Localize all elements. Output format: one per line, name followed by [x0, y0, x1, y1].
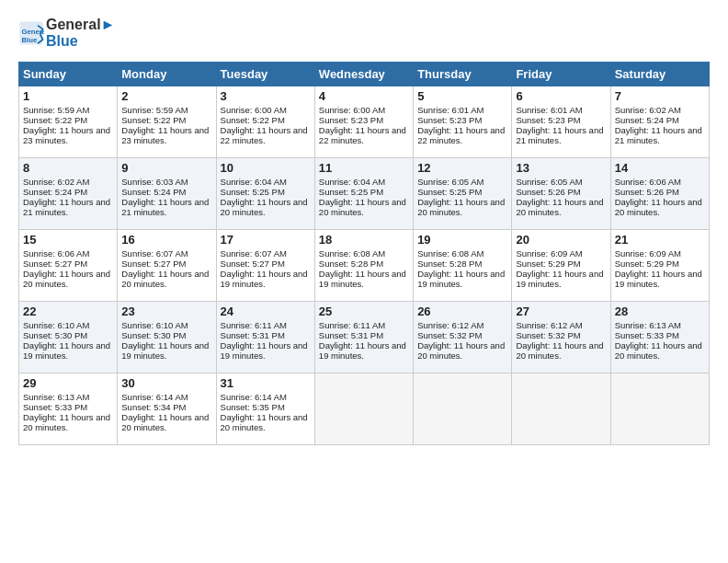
sunrise-text: Sunrise: 6:01 AM [417, 105, 507, 115]
calendar-cell: 19Sunrise: 6:08 AMSunset: 5:28 PMDayligh… [414, 229, 512, 301]
sunset-text: Sunset: 5:30 PM [121, 330, 211, 340]
sunrise-text: Sunrise: 6:05 AM [417, 177, 507, 187]
day-number: 14 [615, 161, 705, 175]
calendar-cell: 16Sunrise: 6:07 AMSunset: 5:27 PMDayligh… [118, 229, 216, 301]
day-number: 21 [615, 233, 705, 247]
sunset-text: Sunset: 5:26 PM [615, 187, 705, 197]
calendar-cell: 14Sunrise: 6:06 AMSunset: 5:26 PMDayligh… [610, 157, 709, 229]
daylight-text: Daylight: 11 hours and 20 minutes. [23, 412, 113, 432]
day-number: 27 [516, 304, 606, 318]
calendar-cell: 7Sunrise: 6:02 AMSunset: 5:24 PMDaylight… [610, 86, 709, 157]
sunrise-text: Sunrise: 6:06 AM [23, 248, 113, 259]
calendar-cell: 26Sunrise: 6:12 AMSunset: 5:32 PMDayligh… [414, 301, 512, 373]
sunrise-text: Sunrise: 6:13 AM [23, 392, 113, 402]
daylight-text: Daylight: 11 hours and 23 minutes. [121, 125, 211, 145]
daylight-text: Daylight: 11 hours and 19 minutes. [417, 269, 507, 289]
sunset-text: Sunset: 5:24 PM [23, 187, 113, 197]
day-number: 19 [417, 233, 507, 247]
day-number: 28 [615, 304, 705, 318]
sunset-text: Sunset: 5:34 PM [121, 402, 211, 412]
calendar-cell: 27Sunrise: 6:12 AMSunset: 5:32 PMDayligh… [512, 301, 610, 373]
day-number: 24 [221, 304, 311, 318]
day-number: 29 [23, 376, 113, 390]
daylight-text: Daylight: 11 hours and 20 minutes. [221, 197, 311, 217]
sunrise-text: Sunrise: 6:07 AM [221, 248, 311, 259]
calendar-cell [414, 373, 512, 444]
sunset-text: Sunset: 5:32 PM [516, 330, 606, 340]
calendar-cell: 15Sunrise: 6:06 AMSunset: 5:27 PMDayligh… [19, 229, 118, 301]
sunset-text: Sunset: 5:23 PM [417, 115, 507, 125]
calendar-week: 1Sunrise: 5:59 AMSunset: 5:22 PMDaylight… [19, 86, 710, 157]
daylight-text: Daylight: 11 hours and 19 minutes. [221, 269, 311, 289]
sunset-text: Sunset: 5:22 PM [23, 115, 113, 125]
sunrise-text: Sunrise: 6:09 AM [516, 248, 606, 259]
logo: General Blue General► Blue [18, 17, 115, 51]
calendar-cell: 25Sunrise: 6:11 AMSunset: 5:31 PMDayligh… [314, 301, 413, 373]
calendar-cell: 28Sunrise: 6:13 AMSunset: 5:33 PMDayligh… [610, 301, 709, 373]
sunrise-text: Sunrise: 6:07 AM [121, 248, 211, 259]
calendar-cell: 22Sunrise: 6:10 AMSunset: 5:30 PMDayligh… [19, 301, 118, 373]
day-number: 2 [121, 89, 211, 103]
sunset-text: Sunset: 5:28 PM [417, 259, 507, 269]
day-header: Monday [118, 62, 216, 86]
daylight-text: Daylight: 11 hours and 20 minutes. [417, 340, 507, 361]
sunrise-text: Sunrise: 6:08 AM [417, 248, 507, 259]
daylight-text: Daylight: 11 hours and 21 minutes. [516, 125, 606, 145]
day-number: 25 [319, 304, 409, 318]
day-number: 6 [516, 89, 606, 103]
calendar-cell [610, 373, 709, 444]
day-number: 11 [319, 161, 409, 175]
daylight-text: Daylight: 11 hours and 19 minutes. [319, 269, 409, 289]
sunset-text: Sunset: 5:28 PM [319, 259, 409, 269]
sunset-text: Sunset: 5:33 PM [615, 330, 705, 340]
sunrise-text: Sunrise: 6:04 AM [319, 177, 409, 187]
daylight-text: Daylight: 11 hours and 20 minutes. [121, 269, 211, 289]
sunset-text: Sunset: 5:30 PM [23, 330, 113, 340]
sunset-text: Sunset: 5:25 PM [417, 187, 507, 197]
daylight-text: Daylight: 11 hours and 20 minutes. [121, 412, 211, 432]
calendar-cell: 9Sunrise: 6:03 AMSunset: 5:24 PMDaylight… [118, 157, 216, 229]
sunset-text: Sunset: 5:27 PM [221, 259, 311, 269]
day-number: 9 [121, 161, 211, 175]
sunset-text: Sunset: 5:24 PM [121, 187, 211, 197]
calendar-cell: 18Sunrise: 6:08 AMSunset: 5:28 PMDayligh… [314, 229, 413, 301]
sunrise-text: Sunrise: 6:14 AM [221, 392, 311, 402]
day-header: Friday [512, 62, 610, 86]
sunset-text: Sunset: 5:31 PM [221, 330, 311, 340]
daylight-text: Daylight: 11 hours and 19 minutes. [121, 340, 211, 361]
day-header: Wednesday [314, 62, 413, 86]
calendar-week: 29Sunrise: 6:13 AMSunset: 5:33 PMDayligh… [19, 373, 710, 444]
calendar-table: SundayMondayTuesdayWednesdayThursdayFrid… [18, 62, 710, 445]
daylight-text: Daylight: 11 hours and 22 minutes. [319, 125, 409, 145]
sunset-text: Sunset: 5:25 PM [221, 187, 311, 197]
calendar-cell: 10Sunrise: 6:04 AMSunset: 5:25 PMDayligh… [216, 157, 314, 229]
calendar-cell: 29Sunrise: 6:13 AMSunset: 5:33 PMDayligh… [19, 373, 118, 444]
daylight-text: Daylight: 11 hours and 22 minutes. [221, 125, 311, 145]
day-number: 23 [121, 304, 211, 318]
day-number: 8 [23, 161, 113, 175]
sunset-text: Sunset: 5:29 PM [516, 259, 606, 269]
day-number: 12 [417, 161, 507, 175]
day-number: 5 [417, 89, 507, 103]
sunset-text: Sunset: 5:32 PM [417, 330, 507, 340]
day-header: Tuesday [216, 62, 314, 86]
daylight-text: Daylight: 11 hours and 19 minutes. [23, 340, 113, 361]
sunrise-text: Sunrise: 6:12 AM [516, 320, 606, 330]
day-header: Saturday [610, 62, 709, 86]
calendar-cell [512, 373, 610, 444]
sunrise-text: Sunrise: 6:00 AM [221, 105, 311, 115]
daylight-text: Daylight: 11 hours and 20 minutes. [615, 197, 705, 217]
sunset-text: Sunset: 5:27 PM [23, 259, 113, 269]
calendar-cell: 8Sunrise: 6:02 AMSunset: 5:24 PMDaylight… [19, 157, 118, 229]
calendar-cell: 5Sunrise: 6:01 AMSunset: 5:23 PMDaylight… [414, 86, 512, 157]
daylight-text: Daylight: 11 hours and 22 minutes. [417, 125, 507, 145]
daylight-text: Daylight: 11 hours and 19 minutes. [516, 269, 606, 289]
page-header: General Blue General► Blue [18, 17, 710, 51]
sunrise-text: Sunrise: 6:02 AM [23, 177, 113, 187]
day-number: 10 [221, 161, 311, 175]
day-number: 1 [23, 89, 113, 103]
sunset-text: Sunset: 5:35 PM [221, 402, 311, 412]
calendar-cell: 2Sunrise: 5:59 AMSunset: 5:22 PMDaylight… [118, 86, 216, 157]
day-header: Sunday [19, 62, 118, 86]
sunset-text: Sunset: 5:33 PM [23, 402, 113, 412]
